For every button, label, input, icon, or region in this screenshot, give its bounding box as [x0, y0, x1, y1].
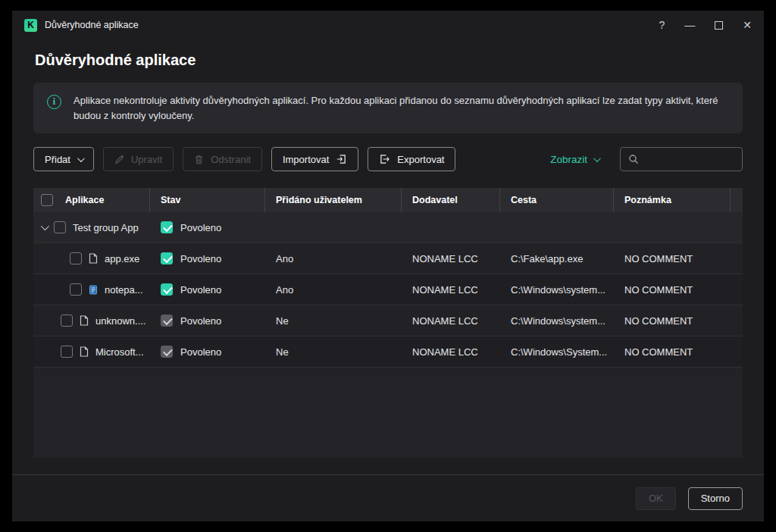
added-by-user: Ne [265, 315, 402, 327]
dialog-footer: OK Storno [12, 474, 764, 521]
status-label: Povoleno [180, 222, 221, 233]
app-name: unknown.... [95, 315, 146, 327]
app-window: K Důvěryhodné aplikace ? — ✕ Důvěryhodné… [12, 11, 764, 521]
close-button[interactable]: ✕ [743, 19, 752, 31]
chevron-down-icon [77, 155, 85, 162]
import-icon [336, 154, 347, 164]
header-status[interactable]: Stav [150, 188, 265, 212]
search-icon [628, 154, 639, 164]
added-by-user: Ano [265, 284, 402, 296]
table-row[interactable]: Microsoft... Povoleno Ne NONAME LCC C:\W… [33, 336, 743, 368]
kaspersky-logo-icon: K [24, 19, 37, 32]
minimize-button[interactable]: — [684, 19, 695, 31]
titlebar: K Důvěryhodné aplikace ? — ✕ [12, 11, 764, 39]
comment: NO COMMENT [614, 253, 731, 264]
added-by-user: Ano [265, 253, 402, 264]
comment: NO COMMENT [614, 346, 731, 358]
vendor: NONAME LCC [402, 253, 500, 264]
header-path[interactable]: Cesta [500, 188, 614, 212]
edit-button-label: Upravit [131, 154, 162, 165]
file-icon [80, 346, 89, 357]
row-select-checkbox[interactable] [54, 221, 66, 233]
header-application[interactable]: Aplikace [61, 188, 150, 212]
file-icon [89, 253, 98, 264]
applications-table: Aplikace Stav Přidáno uživatelem Dodavat… [33, 188, 743, 458]
row-select-checkbox[interactable] [70, 252, 82, 264]
header-gutter [731, 188, 743, 212]
app-name: notepa... [105, 284, 143, 296]
page-title: Důvěryhodné aplikace [12, 39, 764, 83]
select-all-checkbox[interactable] [41, 194, 53, 206]
app-name: Microsoft... [95, 346, 144, 358]
status-checkbox[interactable] [161, 283, 173, 296]
notepad-icon [89, 284, 98, 295]
trash-icon [194, 155, 204, 164]
search-box[interactable] [620, 147, 743, 171]
info-banner-text: Aplikace nekontroluje aktivity důvěryhod… [74, 93, 729, 123]
search-input[interactable] [645, 154, 734, 165]
pencil-icon [114, 155, 124, 164]
app-name: app.exe [105, 253, 139, 264]
info-banner: i Aplikace nekontroluje aktivity důvěryh… [33, 83, 743, 133]
comment: NO COMMENT [614, 284, 731, 296]
status-label: Povoleno [180, 346, 221, 358]
import-button-label: Importovat [283, 154, 329, 165]
row-select-checkbox[interactable] [70, 283, 82, 296]
group-name: Test group App [73, 222, 139, 233]
add-button-label: Přidat [45, 154, 70, 165]
row-select-checkbox[interactable] [61, 346, 73, 358]
import-button[interactable]: Importovat [271, 147, 358, 171]
vendor: NONAME LCC [402, 346, 500, 358]
export-icon [379, 154, 390, 164]
table-row[interactable]: app.exe Povoleno Ano NONAME LCC C:\Fake\… [33, 243, 743, 274]
header-vendor[interactable]: Dodavatel [402, 188, 500, 212]
status-label: Povoleno [180, 315, 221, 327]
collapse-chevron-icon[interactable] [41, 222, 49, 230]
edit-button[interactable]: Upravit [103, 147, 174, 171]
vendor: NONAME LCC [402, 284, 500, 296]
status-checkbox[interactable] [161, 252, 173, 264]
chevron-down-icon [593, 155, 601, 162]
table-row-group[interactable]: Test group App Povoleno [33, 212, 743, 243]
path: C:\Fake\app.exe [500, 253, 614, 264]
path: C:\Windows\system... [500, 315, 614, 327]
header-added-by-user[interactable]: Přidáno uživatelem [265, 188, 402, 212]
window-title: Důvěryhodné aplikace [45, 20, 139, 30]
export-button[interactable]: Exportovat [368, 147, 455, 171]
table-header: Aplikace Stav Přidáno uživatelem Dodavat… [33, 188, 743, 212]
maximize-button[interactable] [715, 21, 723, 30]
status-checkbox[interactable] [161, 346, 173, 358]
status-label: Povoleno [180, 253, 221, 264]
status-label: Povoleno [180, 284, 221, 296]
delete-button[interactable]: Odstranit [183, 147, 262, 171]
view-dropdown-label: Zobrazit [550, 154, 587, 165]
header-comment[interactable]: Poznámka [614, 188, 731, 212]
add-button[interactable]: Přidat [33, 147, 94, 171]
cancel-button[interactable]: Storno [688, 487, 743, 510]
help-button[interactable]: ? [659, 19, 665, 31]
file-icon [80, 315, 89, 326]
path: C:\Windows\System... [500, 346, 614, 358]
ok-button[interactable]: OK [636, 487, 676, 510]
added-by-user: Ne [265, 346, 402, 358]
status-checkbox[interactable] [161, 221, 173, 233]
vendor: NONAME LCC [402, 315, 500, 327]
table-row[interactable]: unknown.... Povoleno Ne NONAME LCC C:\Wi… [33, 305, 743, 336]
info-icon: i [47, 95, 61, 109]
status-checkbox[interactable] [161, 315, 173, 327]
comment: NO COMMENT [614, 315, 731, 327]
path: C:\Windows\system... [500, 284, 614, 296]
export-button-label: Exportovat [397, 154, 444, 165]
toolbar: Přidat Upravit Odstranit Importovat [33, 147, 743, 171]
view-dropdown[interactable]: Zobrazit [550, 154, 599, 165]
delete-button-label: Odstranit [211, 154, 251, 165]
table-row[interactable]: notepa... Povoleno Ano NONAME LCC C:\Win… [33, 274, 743, 305]
row-select-checkbox[interactable] [61, 315, 73, 327]
